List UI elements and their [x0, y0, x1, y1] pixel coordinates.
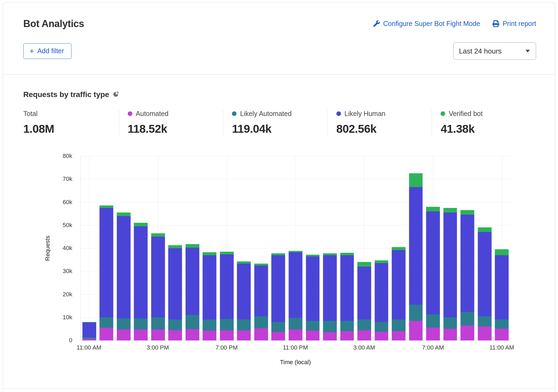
stacked-bar-0[interactable]: [82, 156, 96, 340]
segment-likely-human: [340, 255, 354, 321]
bar-slot: [321, 156, 339, 340]
bar-slot: [493, 156, 510, 340]
segment-verified-bot: [357, 262, 371, 267]
analytics-section: Requests by traffic type Total 1.08M Aut…: [3, 90, 555, 372]
stacked-bar-15[interactable]: [340, 156, 354, 340]
stacked-bar-10[interactable]: [254, 156, 268, 340]
segment-automated: [357, 330, 371, 341]
stacked-bar-4[interactable]: [151, 156, 165, 340]
stacked-bar-14[interactable]: [323, 156, 337, 340]
stat-verified-bot-label: Verified bot: [449, 110, 482, 118]
segment-automated: [100, 328, 113, 340]
bar-slot: [339, 156, 356, 340]
print-report-link[interactable]: Print report: [493, 20, 536, 28]
segment-verified-bot: [461, 210, 474, 215]
stacked-bar-8[interactable]: [220, 156, 234, 340]
segment-likely-human: [117, 216, 130, 318]
bar-slot: [218, 156, 235, 340]
time-range-value: Last 24 hours: [459, 47, 502, 55]
segment-verified-bot: [375, 260, 388, 263]
stacked-bar-3[interactable]: [134, 156, 148, 340]
stat-likely-human: Likely Human 802.56k: [327, 110, 432, 135]
stat-automated-value: 118.52k: [128, 122, 223, 135]
segment-verified-bot: [323, 253, 337, 255]
segment-likely-automated: [134, 318, 148, 330]
bar-slot: [304, 156, 321, 340]
stacked-bar-12[interactable]: [289, 156, 303, 340]
print-link-label: Print report: [503, 20, 536, 28]
segment-likely-automated: [409, 305, 423, 321]
segment-likely-automated: [478, 316, 491, 327]
segment-likely-human: [271, 255, 285, 322]
bar-slot: [235, 156, 253, 340]
configure-super-bot-fight-mode-link[interactable]: Configure Super Bot Fight Mode: [373, 20, 480, 28]
stacked-bar-2[interactable]: [117, 156, 130, 340]
segment-verified-bot: [426, 207, 440, 211]
segment-automated: [237, 330, 251, 340]
stacked-bar-5[interactable]: [168, 156, 182, 340]
segment-automated: [82, 339, 96, 340]
stacked-bar-9[interactable]: [237, 156, 251, 340]
segment-automated: [495, 329, 509, 340]
segment-verified-bot: [409, 173, 423, 187]
stacked-bar-21[interactable]: [443, 156, 457, 340]
segment-verified-bot: [443, 208, 457, 212]
segment-verified-bot: [100, 205, 113, 208]
segment-verified-bot: [151, 233, 165, 237]
segment-verified-bot: [237, 261, 251, 264]
segment-likely-automated: [203, 320, 216, 331]
x-axis: 11:00 AM3:00 PM7:00 PM11:00 PM3:00 AM7:0…: [80, 343, 510, 353]
x-tick-label: 7:00 AM: [422, 344, 444, 351]
segment-automated: [426, 328, 440, 340]
stacked-bar-23[interactable]: [478, 156, 491, 340]
segment-likely-automated: [495, 320, 509, 329]
bar-slot: [149, 156, 167, 340]
segment-likely-human: [203, 255, 216, 320]
stacked-bar-6[interactable]: [185, 156, 199, 340]
configure-link-label: Configure Super Bot Fight Mode: [383, 20, 480, 28]
segment-likely-human: [323, 255, 337, 321]
bar-slot: [270, 156, 287, 340]
bar-slot: [373, 156, 390, 340]
bar-slot: [184, 156, 201, 340]
header: Bot Analytics Configure Super Bot Fight …: [3, 2, 555, 75]
stat-automated-label: Automated: [136, 110, 169, 118]
stat-verified-bot: Verified bot 41.38k: [432, 110, 536, 135]
time-range-select[interactable]: Last 24 hours: [453, 42, 536, 60]
stacked-bar-11[interactable]: [271, 156, 285, 340]
stacked-bar-20[interactable]: [426, 156, 440, 340]
stat-likely-automated: Likely Automated 119.04k: [223, 110, 327, 135]
segment-automated: [306, 331, 320, 340]
segment-automated: [185, 329, 199, 340]
stacked-bar-24[interactable]: [495, 156, 509, 340]
segment-automated: [220, 330, 234, 341]
segment-automated: [443, 329, 457, 340]
segment-likely-human: [151, 237, 165, 317]
bar-slot: [201, 156, 218, 340]
stacked-bar-19[interactable]: [409, 156, 423, 340]
segment-automated: [289, 330, 303, 340]
automated-legend-dot: [128, 111, 132, 116]
segment-verified-bot: [340, 253, 354, 255]
segment-likely-automated: [461, 312, 474, 325]
x-axis-title: Time (local): [80, 359, 510, 366]
stacked-bar-7[interactable]: [203, 156, 216, 340]
segment-automated: [117, 330, 130, 340]
stacked-bar-17[interactable]: [375, 156, 388, 340]
segment-likely-human: [254, 265, 268, 316]
stat-total-value: 1.08M: [23, 122, 119, 135]
stacked-bar-13[interactable]: [306, 156, 320, 340]
segment-likely-automated: [340, 321, 354, 331]
stacked-bar-18[interactable]: [392, 156, 406, 340]
segment-verified-bot: [203, 252, 216, 255]
segment-automated: [151, 330, 165, 340]
segment-likely-automated: [220, 319, 234, 330]
stacked-bar-16[interactable]: [357, 156, 371, 340]
stacked-bar-1[interactable]: [100, 156, 113, 340]
bar-slot: [442, 156, 459, 340]
segment-automated: [340, 331, 354, 340]
stacked-bar-22[interactable]: [461, 156, 474, 340]
x-tick-label: 3:00 AM: [353, 344, 375, 351]
add-filter-button[interactable]: + Add filter: [23, 43, 71, 59]
segment-verified-bot: [478, 227, 491, 232]
